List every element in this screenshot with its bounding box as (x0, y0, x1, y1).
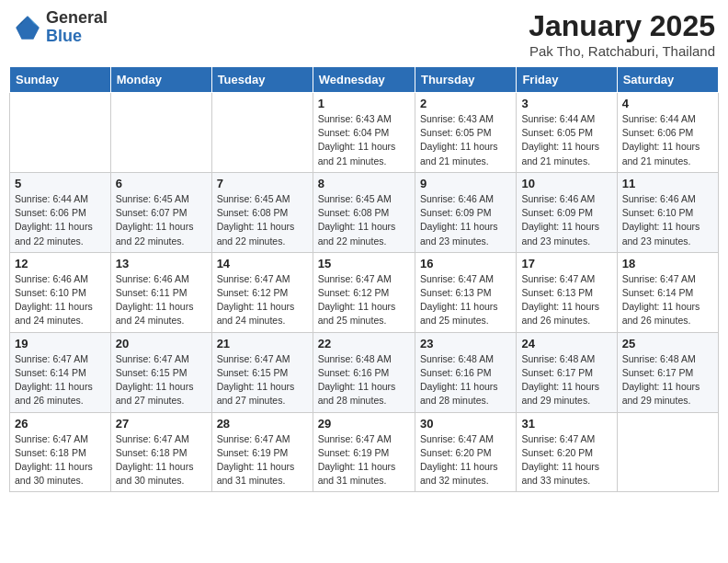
day-info: Sunrise: 6:47 AMSunset: 6:20 PMDaylight:… (420, 432, 511, 488)
day-number: 20 (116, 337, 207, 350)
calendar-cell: 23Sunrise: 6:48 AMSunset: 6:16 PMDayligh… (415, 332, 516, 412)
calendar-cell: 28Sunrise: 6:47 AMSunset: 6:19 PMDayligh… (211, 412, 313, 492)
day-info: Sunrise: 6:48 AMSunset: 6:17 PMDaylight:… (521, 352, 611, 408)
day-number: 14 (217, 257, 308, 270)
day-number: 16 (420, 257, 511, 270)
calendar-cell: 2Sunrise: 6:43 AMSunset: 6:05 PMDaylight… (415, 93, 516, 173)
calendar-header: SundayMondayTuesdayWednesdayThursdayFrid… (10, 67, 719, 93)
weekday-header-friday: Friday (517, 67, 617, 93)
day-info: Sunrise: 6:47 AMSunset: 6:19 PMDaylight:… (217, 432, 308, 488)
day-number: 11 (622, 177, 713, 190)
svg-marker-0 (16, 16, 40, 40)
day-number: 18 (622, 257, 713, 270)
calendar-cell: 24Sunrise: 6:48 AMSunset: 6:17 PMDayligh… (517, 332, 617, 412)
day-number: 1 (318, 97, 410, 110)
day-info: Sunrise: 6:43 AMSunset: 6:04 PMDaylight:… (318, 112, 410, 168)
calendar-cell: 1Sunrise: 6:43 AMSunset: 6:04 PMDaylight… (313, 93, 415, 173)
logo-blue: Blue (46, 28, 108, 46)
day-number: 24 (521, 337, 611, 350)
calendar-cell: 11Sunrise: 6:46 AMSunset: 6:10 PMDayligh… (617, 172, 718, 252)
calendar-cell: 19Sunrise: 6:47 AMSunset: 6:14 PMDayligh… (10, 332, 111, 412)
calendar-cell: 26Sunrise: 6:47 AMSunset: 6:18 PMDayligh… (10, 412, 111, 492)
calendar-body: 1Sunrise: 6:43 AMSunset: 6:04 PMDaylight… (10, 93, 719, 492)
calendar-cell: 6Sunrise: 6:45 AMSunset: 6:07 PMDaylight… (110, 172, 211, 252)
weekday-header-wednesday: Wednesday (313, 67, 415, 93)
calendar-week-1: 1Sunrise: 6:43 AMSunset: 6:04 PMDaylight… (10, 93, 719, 173)
weekday-header-sunday: Sunday (10, 67, 111, 93)
day-info: Sunrise: 6:47 AMSunset: 6:13 PMDaylight:… (420, 272, 511, 328)
day-number: 3 (521, 97, 611, 110)
logo-icon (13, 13, 42, 42)
title-month: January 2025 (529, 9, 715, 43)
day-info: Sunrise: 6:44 AMSunset: 6:06 PMDaylight:… (622, 112, 713, 168)
calendar-cell: 12Sunrise: 6:46 AMSunset: 6:10 PMDayligh… (10, 252, 111, 332)
calendar-cell: 31Sunrise: 6:47 AMSunset: 6:20 PMDayligh… (517, 412, 617, 492)
calendar-cell (617, 412, 718, 492)
day-number: 6 (116, 177, 207, 190)
page-header: General Blue January 2025 Pak Tho, Ratch… (9, 9, 719, 59)
day-info: Sunrise: 6:47 AMSunset: 6:12 PMDaylight:… (217, 272, 308, 328)
calendar-cell: 14Sunrise: 6:47 AMSunset: 6:12 PMDayligh… (211, 252, 313, 332)
title-block: January 2025 Pak Tho, Ratchaburi, Thaila… (529, 9, 715, 59)
day-number: 30 (420, 417, 511, 431)
day-number: 12 (15, 257, 106, 270)
weekday-header-saturday: Saturday (617, 67, 718, 93)
logo: General Blue (13, 9, 108, 46)
calendar-week-5: 26Sunrise: 6:47 AMSunset: 6:18 PMDayligh… (10, 412, 719, 492)
day-number: 5 (15, 177, 106, 190)
day-info: Sunrise: 6:45 AMSunset: 6:07 PMDaylight:… (116, 192, 207, 248)
calendar-cell: 13Sunrise: 6:46 AMSunset: 6:11 PMDayligh… (110, 252, 211, 332)
day-info: Sunrise: 6:47 AMSunset: 6:20 PMDaylight:… (521, 432, 611, 488)
calendar-cell (110, 93, 211, 173)
weekday-header-monday: Monday (110, 67, 211, 93)
day-info: Sunrise: 6:46 AMSunset: 6:10 PMDaylight:… (622, 192, 713, 248)
day-number: 19 (15, 337, 106, 350)
day-number: 29 (318, 417, 410, 431)
calendar-cell: 4Sunrise: 6:44 AMSunset: 6:06 PMDaylight… (617, 93, 718, 173)
calendar-cell: 22Sunrise: 6:48 AMSunset: 6:16 PMDayligh… (313, 332, 415, 412)
day-info: Sunrise: 6:47 AMSunset: 6:12 PMDaylight:… (318, 272, 410, 328)
calendar-cell: 18Sunrise: 6:47 AMSunset: 6:14 PMDayligh… (617, 252, 718, 332)
day-info: Sunrise: 6:44 AMSunset: 6:06 PMDaylight:… (15, 192, 106, 248)
day-info: Sunrise: 6:47 AMSunset: 6:19 PMDaylight:… (318, 432, 410, 488)
day-number: 8 (318, 177, 410, 190)
calendar-cell: 30Sunrise: 6:47 AMSunset: 6:20 PMDayligh… (415, 412, 516, 492)
logo-text: General Blue (46, 9, 108, 46)
day-number: 13 (116, 257, 207, 270)
day-info: Sunrise: 6:45 AMSunset: 6:08 PMDaylight:… (318, 192, 410, 248)
day-number: 31 (521, 417, 611, 431)
calendar-week-4: 19Sunrise: 6:47 AMSunset: 6:14 PMDayligh… (10, 332, 719, 412)
day-info: Sunrise: 6:46 AMSunset: 6:09 PMDaylight:… (420, 192, 511, 248)
day-info: Sunrise: 6:46 AMSunset: 6:11 PMDaylight:… (116, 272, 207, 328)
day-info: Sunrise: 6:47 AMSunset: 6:18 PMDaylight:… (116, 432, 207, 488)
calendar-cell: 8Sunrise: 6:45 AMSunset: 6:08 PMDaylight… (313, 172, 415, 252)
calendar-cell: 9Sunrise: 6:46 AMSunset: 6:09 PMDaylight… (415, 172, 516, 252)
calendar-cell: 16Sunrise: 6:47 AMSunset: 6:13 PMDayligh… (415, 252, 516, 332)
calendar-cell: 3Sunrise: 6:44 AMSunset: 6:05 PMDaylight… (517, 93, 617, 173)
day-info: Sunrise: 6:48 AMSunset: 6:16 PMDaylight:… (318, 352, 410, 408)
day-info: Sunrise: 6:43 AMSunset: 6:05 PMDaylight:… (420, 112, 511, 168)
day-number: 22 (318, 337, 410, 350)
logo-general: General (46, 9, 108, 28)
day-info: Sunrise: 6:44 AMSunset: 6:05 PMDaylight:… (521, 112, 611, 168)
calendar-cell: 29Sunrise: 6:47 AMSunset: 6:19 PMDayligh… (313, 412, 415, 492)
day-info: Sunrise: 6:47 AMSunset: 6:15 PMDaylight:… (217, 352, 308, 408)
day-info: Sunrise: 6:48 AMSunset: 6:17 PMDaylight:… (622, 352, 713, 408)
day-info: Sunrise: 6:47 AMSunset: 6:14 PMDaylight:… (622, 272, 713, 328)
day-number: 17 (521, 257, 611, 270)
day-number: 28 (217, 417, 308, 431)
calendar-cell (10, 93, 111, 173)
day-info: Sunrise: 6:46 AMSunset: 6:10 PMDaylight:… (15, 272, 106, 328)
calendar-cell: 7Sunrise: 6:45 AMSunset: 6:08 PMDaylight… (211, 172, 313, 252)
day-info: Sunrise: 6:47 AMSunset: 6:13 PMDaylight:… (521, 272, 611, 328)
calendar-cell: 20Sunrise: 6:47 AMSunset: 6:15 PMDayligh… (110, 332, 211, 412)
day-number: 21 (217, 337, 308, 350)
calendar-cell: 5Sunrise: 6:44 AMSunset: 6:06 PMDaylight… (10, 172, 111, 252)
day-number: 7 (217, 177, 308, 190)
day-number: 27 (116, 417, 207, 431)
day-info: Sunrise: 6:47 AMSunset: 6:18 PMDaylight:… (15, 432, 106, 488)
calendar-cell: 10Sunrise: 6:46 AMSunset: 6:09 PMDayligh… (517, 172, 617, 252)
calendar-cell: 21Sunrise: 6:47 AMSunset: 6:15 PMDayligh… (211, 332, 313, 412)
calendar-week-2: 5Sunrise: 6:44 AMSunset: 6:06 PMDaylight… (10, 172, 719, 252)
day-number: 9 (420, 177, 511, 190)
